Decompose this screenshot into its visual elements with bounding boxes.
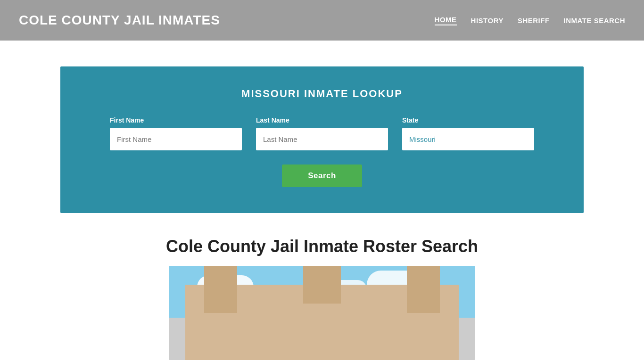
nav-item-history[interactable]: HISTORY: [471, 16, 504, 25]
state-label: State: [402, 116, 534, 124]
nav-item-sheriff[interactable]: SHERIFF: [518, 16, 550, 25]
site-header: COLE COUNTY JAIL INMATES HOME HISTORY SH…: [0, 0, 644, 41]
site-title: COLE COUNTY JAIL INMATES: [19, 13, 220, 28]
building-tower-center: [303, 266, 341, 304]
first-name-label: First Name: [110, 116, 242, 124]
building-tower-left: [204, 266, 237, 313]
nav-item-inmate-search[interactable]: INMATE SEARCH: [564, 16, 625, 25]
roster-title: Cole County Jail Inmate Roster Search: [85, 237, 559, 256]
main-content: Cole County Jail Inmate Roster Search: [0, 213, 644, 360]
building-image: [169, 266, 475, 360]
building-tower-right: [407, 266, 440, 313]
last-name-label: Last Name: [256, 116, 388, 124]
first-name-input[interactable]: [110, 128, 242, 150]
state-group: State: [402, 116, 534, 150]
inmate-lookup-section: MISSOURI INMATE LOOKUP First Name Last N…: [60, 66, 584, 213]
last-name-group: Last Name: [256, 116, 388, 150]
nav-item-home[interactable]: HOME: [435, 16, 457, 25]
search-button-container: Search: [89, 165, 555, 187]
search-fields-container: First Name Last Name State: [89, 116, 555, 150]
first-name-group: First Name: [110, 116, 242, 150]
search-button[interactable]: Search: [282, 165, 362, 187]
state-input[interactable]: [402, 128, 534, 150]
last-name-input[interactable]: [256, 128, 388, 150]
main-nav: HOME HISTORY SHERIFF INMATE SEARCH: [435, 16, 625, 25]
lookup-title: MISSOURI INMATE LOOKUP: [89, 88, 555, 100]
